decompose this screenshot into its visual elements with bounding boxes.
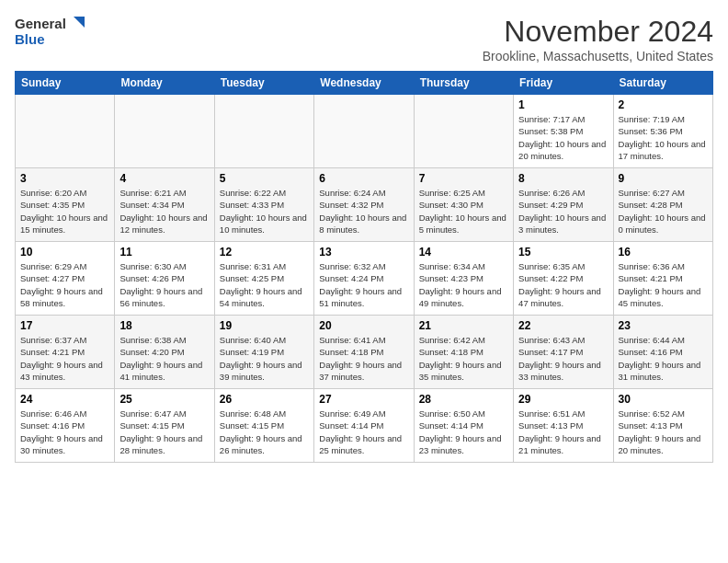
- table-row: 7Sunrise: 6:25 AM Sunset: 4:30 PM Daylig…: [414, 168, 513, 242]
- day-info: Sunrise: 7:19 AM Sunset: 5:36 PM Dayligh…: [619, 113, 708, 162]
- day-info: Sunrise: 6:43 AM Sunset: 4:17 PM Dayligh…: [518, 334, 608, 383]
- day-number: 22: [518, 319, 608, 332]
- day-info: Sunrise: 6:29 AM Sunset: 4:27 PM Dayligh…: [20, 260, 109, 309]
- day-number: 28: [419, 393, 508, 406]
- calendar-table: Sunday Monday Tuesday Wednesday Thursday…: [15, 71, 713, 463]
- header-tuesday: Tuesday: [214, 72, 313, 95]
- svg-marker-0: [74, 17, 85, 28]
- day-number: 5: [220, 172, 309, 185]
- table-row: 16Sunrise: 6:36 AM Sunset: 4:21 PM Dayli…: [613, 242, 712, 316]
- day-number: 7: [419, 172, 508, 185]
- day-number: 26: [220, 393, 309, 406]
- table-row: 27Sunrise: 6:49 AM Sunset: 4:14 PM Dayli…: [314, 389, 414, 463]
- title-block: November 2024 Brookline, Massachusetts, …: [483, 15, 713, 63]
- table-row: 8Sunrise: 6:26 AM Sunset: 4:29 PM Daylig…: [514, 168, 613, 242]
- day-info: Sunrise: 6:37 AM Sunset: 4:21 PM Dayligh…: [20, 334, 109, 383]
- calendar-title: November 2024: [483, 15, 713, 49]
- table-row: 25Sunrise: 6:47 AM Sunset: 4:15 PM Dayli…: [115, 389, 214, 463]
- calendar-subtitle: Brookline, Massachusetts, United States: [483, 49, 713, 63]
- logo-triangle-icon: [68, 15, 85, 31]
- day-info: Sunrise: 6:26 AM Sunset: 4:29 PM Dayligh…: [518, 187, 608, 236]
- day-info: Sunrise: 6:51 AM Sunset: 4:13 PM Dayligh…: [518, 408, 608, 456]
- day-number: 24: [20, 393, 109, 406]
- page-header: General Blue November 2024 Brookline, Ma…: [15, 15, 713, 63]
- day-info: Sunrise: 6:22 AM Sunset: 4:33 PM Dayligh…: [220, 187, 309, 236]
- day-info: Sunrise: 6:50 AM Sunset: 4:14 PM Dayligh…: [419, 408, 508, 456]
- day-info: Sunrise: 6:24 AM Sunset: 4:32 PM Dayligh…: [319, 187, 408, 236]
- table-row: 21Sunrise: 6:42 AM Sunset: 4:18 PM Dayli…: [414, 316, 513, 389]
- day-info: Sunrise: 6:38 AM Sunset: 4:20 PM Dayligh…: [119, 334, 209, 383]
- calendar-week-row: 1Sunrise: 7:17 AM Sunset: 5:38 PM Daylig…: [16, 95, 713, 168]
- day-info: Sunrise: 6:27 AM Sunset: 4:28 PM Dayligh…: [619, 187, 708, 236]
- calendar-week-row: 3Sunrise: 6:20 AM Sunset: 4:35 PM Daylig…: [16, 168, 713, 242]
- table-row: 6Sunrise: 6:24 AM Sunset: 4:32 PM Daylig…: [314, 168, 414, 242]
- day-number: 18: [119, 319, 209, 332]
- day-number: 16: [619, 246, 708, 259]
- day-number: 9: [619, 172, 708, 185]
- day-info: Sunrise: 6:40 AM Sunset: 4:19 PM Dayligh…: [220, 334, 309, 383]
- day-number: 15: [518, 246, 608, 259]
- day-info: Sunrise: 7:17 AM Sunset: 5:38 PM Dayligh…: [518, 113, 608, 162]
- day-number: 1: [518, 98, 608, 111]
- day-info: Sunrise: 6:32 AM Sunset: 4:24 PM Dayligh…: [319, 260, 408, 309]
- day-info: Sunrise: 6:52 AM Sunset: 4:13 PM Dayligh…: [619, 408, 708, 456]
- day-info: Sunrise: 6:20 AM Sunset: 4:35 PM Dayligh…: [20, 187, 109, 236]
- table-row: 23Sunrise: 6:44 AM Sunset: 4:16 PM Dayli…: [613, 316, 712, 389]
- header-saturday: Saturday: [613, 72, 712, 95]
- table-row: [115, 95, 214, 168]
- table-row: 17Sunrise: 6:37 AM Sunset: 4:21 PM Dayli…: [16, 316, 115, 389]
- header-thursday: Thursday: [414, 72, 513, 95]
- table-row: 13Sunrise: 6:32 AM Sunset: 4:24 PM Dayli…: [314, 242, 414, 316]
- table-row: 19Sunrise: 6:40 AM Sunset: 4:19 PM Dayli…: [214, 316, 313, 389]
- day-info: Sunrise: 6:48 AM Sunset: 4:15 PM Dayligh…: [220, 408, 309, 456]
- day-number: 6: [319, 172, 408, 185]
- table-row: 12Sunrise: 6:31 AM Sunset: 4:25 PM Dayli…: [214, 242, 313, 316]
- table-row: 24Sunrise: 6:46 AM Sunset: 4:16 PM Dayli…: [16, 389, 115, 463]
- header-wednesday: Wednesday: [314, 72, 414, 95]
- calendar-week-row: 10Sunrise: 6:29 AM Sunset: 4:27 PM Dayli…: [16, 242, 713, 316]
- calendar-week-row: 24Sunrise: 6:46 AM Sunset: 4:16 PM Dayli…: [16, 389, 713, 463]
- day-info: Sunrise: 6:34 AM Sunset: 4:23 PM Dayligh…: [419, 260, 508, 309]
- day-info: Sunrise: 6:25 AM Sunset: 4:30 PM Dayligh…: [419, 187, 508, 236]
- day-number: 17: [20, 319, 109, 332]
- day-number: 20: [319, 319, 408, 332]
- table-row: [414, 95, 513, 168]
- logo-blue: Blue: [15, 31, 45, 47]
- table-row: 4Sunrise: 6:21 AM Sunset: 4:34 PM Daylig…: [115, 168, 214, 242]
- day-number: 27: [319, 393, 408, 406]
- day-info: Sunrise: 6:42 AM Sunset: 4:18 PM Dayligh…: [419, 334, 508, 383]
- day-number: 21: [419, 319, 508, 332]
- table-row: 29Sunrise: 6:51 AM Sunset: 4:13 PM Dayli…: [514, 389, 613, 463]
- day-number: 30: [619, 393, 708, 406]
- day-number: 25: [119, 393, 209, 406]
- table-row: 22Sunrise: 6:43 AM Sunset: 4:17 PM Dayli…: [514, 316, 613, 389]
- table-row: 1Sunrise: 7:17 AM Sunset: 5:38 PM Daylig…: [514, 95, 613, 168]
- day-info: Sunrise: 6:49 AM Sunset: 4:14 PM Dayligh…: [319, 408, 408, 456]
- day-number: 3: [20, 172, 109, 185]
- day-info: Sunrise: 6:46 AM Sunset: 4:16 PM Dayligh…: [20, 408, 109, 456]
- day-number: 19: [220, 319, 309, 332]
- day-info: Sunrise: 6:21 AM Sunset: 4:34 PM Dayligh…: [119, 187, 209, 236]
- day-info: Sunrise: 6:31 AM Sunset: 4:25 PM Dayligh…: [220, 260, 309, 309]
- day-number: 4: [119, 172, 209, 185]
- table-row: 26Sunrise: 6:48 AM Sunset: 4:15 PM Dayli…: [214, 389, 313, 463]
- table-row: 14Sunrise: 6:34 AM Sunset: 4:23 PM Dayli…: [414, 242, 513, 316]
- table-row: 5Sunrise: 6:22 AM Sunset: 4:33 PM Daylig…: [214, 168, 313, 242]
- day-number: 13: [319, 246, 408, 259]
- day-number: 14: [419, 246, 508, 259]
- table-row: [314, 95, 414, 168]
- table-row: 3Sunrise: 6:20 AM Sunset: 4:35 PM Daylig…: [16, 168, 115, 242]
- day-number: 12: [220, 246, 309, 259]
- table-row: 28Sunrise: 6:50 AM Sunset: 4:14 PM Dayli…: [414, 389, 513, 463]
- day-number: 11: [119, 246, 209, 259]
- table-row: 11Sunrise: 6:30 AM Sunset: 4:26 PM Dayli…: [115, 242, 214, 316]
- table-row: 9Sunrise: 6:27 AM Sunset: 4:28 PM Daylig…: [613, 168, 712, 242]
- table-row: [16, 95, 115, 168]
- day-info: Sunrise: 6:41 AM Sunset: 4:18 PM Dayligh…: [319, 334, 408, 383]
- day-number: 29: [518, 393, 608, 406]
- table-row: 30Sunrise: 6:52 AM Sunset: 4:13 PM Dayli…: [613, 389, 712, 463]
- day-number: 23: [619, 319, 708, 332]
- day-number: 10: [20, 246, 109, 259]
- table-row: 18Sunrise: 6:38 AM Sunset: 4:20 PM Dayli…: [115, 316, 214, 389]
- table-row: 10Sunrise: 6:29 AM Sunset: 4:27 PM Dayli…: [16, 242, 115, 316]
